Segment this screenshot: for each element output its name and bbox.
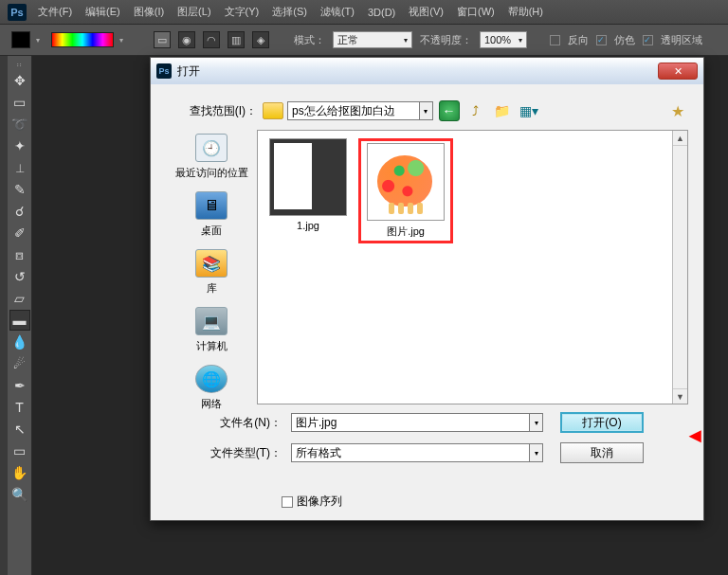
favorites-icon[interactable]: ★ <box>667 100 688 121</box>
menu-image[interactable]: 图像(I) <box>134 5 164 19</box>
dither-checkbox[interactable] <box>596 35 607 45</box>
gradient-dropdown-icon[interactable]: ▾ <box>116 32 127 47</box>
menu-edit[interactable]: 编辑(E) <box>85 5 120 19</box>
eyedropper-tool-icon[interactable]: ✎ <box>9 179 30 200</box>
menu-help[interactable]: 帮助(H) <box>508 5 543 19</box>
mode-select[interactable]: 正常▾ <box>333 31 412 48</box>
reverse-label: 反向 <box>568 33 589 47</box>
shape-tool-icon[interactable]: ▭ <box>9 440 30 461</box>
crop-tool-icon[interactable]: ⟂ <box>9 157 30 178</box>
palette-grip-icon[interactable]: ∷ <box>8 62 30 69</box>
dialog-titlebar[interactable]: Ps 打开 ✕ <box>151 58 703 84</box>
dialog-title: 打开 <box>177 63 200 80</box>
gradient-tool-icon[interactable]: ▬ <box>9 310 30 331</box>
history-brush-tool-icon[interactable]: ↺ <box>9 266 30 287</box>
place-computer[interactable]: 💻计算机 <box>195 307 228 353</box>
image-sequence-checkbox[interactable] <box>282 496 293 508</box>
dialog-close-button[interactable]: ✕ <box>658 63 698 80</box>
lookin-label: 查找范围(I)： <box>166 103 257 119</box>
menu-filter[interactable]: 滤镜(T) <box>320 5 355 19</box>
menu-view[interactable]: 视图(V) <box>409 5 444 19</box>
ps-logo-icon: Ps <box>8 4 27 21</box>
place-desktop[interactable]: 🖥桌面 <box>195 191 228 238</box>
tool-palette: ∷ ✥ ▭ ➰ ✦ ⟂ ✎ ☌ ✐ ⧈ ↺ ▱ ▬ 💧 ☄ ✒ T ↖ ▭ ✋ … <box>8 56 32 575</box>
marquee-tool-icon[interactable]: ▭ <box>9 92 30 113</box>
open-dialog: Ps 打开 ✕ 查找范围(I)： ps怎么给抠图加白边 ▾ ← ⤴ 📁 ▦▾ ★… <box>150 57 704 521</box>
filename-dropdown-icon[interactable]: ▾ <box>530 413 543 432</box>
foreground-swatch[interactable] <box>11 31 30 48</box>
options-bar: ▾ ▾ ▭ ◉ ◠ ▥ ◈ 模式： 正常▾ 不透明度： 100%▾ 反向 仿色 … <box>0 24 728 56</box>
filename-input[interactable]: 图片.jpg <box>291 413 530 432</box>
lasso-tool-icon[interactable]: ➰ <box>9 114 30 135</box>
mode-label: 模式： <box>294 33 325 47</box>
hand-tool-icon[interactable]: ✋ <box>9 462 30 483</box>
places-bar: 🕘最近访问的位置 🖥桌面 📚库 💻计算机 🌐网络 <box>166 130 257 404</box>
gradient-radial-icon[interactable]: ◉ <box>178 31 195 48</box>
transparency-checkbox[interactable] <box>643 35 653 45</box>
place-network[interactable]: 🌐网络 <box>195 365 228 411</box>
blur-tool-icon[interactable]: 💧 <box>9 332 30 352</box>
file-thumbnail <box>367 143 445 221</box>
gradient-angle-icon[interactable]: ◠ <box>203 31 220 48</box>
back-button-icon[interactable]: ← <box>439 100 460 121</box>
open-button[interactable]: 打开(O) <box>560 412 644 433</box>
image-sequence-label: 图像序列 <box>297 494 342 510</box>
transparency-label: 透明区域 <box>661 33 702 47</box>
app-menubar: Ps 文件(F) 编辑(E) 图像(I) 图层(L) 文字(Y) 选择(S) 滤… <box>0 0 728 24</box>
path-select-tool-icon[interactable]: ↖ <box>9 419 30 440</box>
swatch-dropdown-icon[interactable]: ▾ <box>32 32 44 47</box>
file-list-pane[interactable]: 1.jpg 图片.jpg ▲ ▼ <box>257 130 688 404</box>
gradient-linear-icon[interactable]: ▭ <box>154 31 171 48</box>
file-item-selected[interactable]: 图片.jpg <box>363 143 448 239</box>
dither-label: 仿色 <box>614 33 635 47</box>
gradient-reflected-icon[interactable]: ▥ <box>228 31 245 48</box>
file-thumbnail <box>269 138 347 216</box>
menu-layer[interactable]: 图层(L) <box>177 5 210 19</box>
gradient-diamond-icon[interactable]: ◈ <box>252 31 269 48</box>
move-tool-icon[interactable]: ✥ <box>9 70 30 91</box>
lookin-dropdown-icon[interactable]: ▾ <box>420 101 433 120</box>
opacity-field[interactable]: 100%▾ <box>480 31 527 48</box>
place-recent[interactable]: 🕘最近访问的位置 <box>175 134 248 180</box>
folder-icon <box>263 102 283 119</box>
scroll-up-icon[interactable]: ▲ <box>673 131 687 146</box>
menu-window[interactable]: 窗口(W) <box>457 5 495 19</box>
file-item[interactable]: 1.jpg <box>265 138 351 231</box>
new-folder-icon[interactable]: 📁 <box>492 100 513 121</box>
lookin-combo[interactable]: ps怎么给抠图加白边 <box>287 101 420 120</box>
menu-select[interactable]: 选择(S) <box>272 5 307 19</box>
stamp-tool-icon[interactable]: ⧈ <box>9 244 30 265</box>
left-edge-strip <box>0 56 8 575</box>
gradient-picker[interactable] <box>51 32 114 47</box>
cancel-button[interactable]: 取消 <box>560 442 644 463</box>
reverse-checkbox[interactable] <box>550 35 560 45</box>
wand-tool-icon[interactable]: ✦ <box>9 135 30 156</box>
dodge-tool-icon[interactable]: ☄ <box>9 353 30 374</box>
up-folder-icon[interactable]: ⤴ <box>465 100 486 121</box>
filetype-select[interactable]: 所有格式 <box>291 443 530 462</box>
zoom-tool-icon[interactable]: 🔍 <box>9 484 30 505</box>
filename-label: 文件名(N)： <box>166 415 282 431</box>
file-name-label: 1.jpg <box>297 220 319 231</box>
eraser-tool-icon[interactable]: ▱ <box>9 288 30 309</box>
menu-type[interactable]: 文字(Y) <box>225 5 260 19</box>
healing-tool-icon[interactable]: ☌ <box>9 201 30 222</box>
dialog-ps-icon: Ps <box>156 63 172 79</box>
selection-highlight: 图片.jpg <box>358 138 453 243</box>
scroll-down-icon[interactable]: ▼ <box>673 388 687 404</box>
file-name-label: 图片.jpg <box>387 225 425 239</box>
place-libraries[interactable]: 📚库 <box>195 249 228 296</box>
type-tool-icon[interactable]: T <box>9 397 30 418</box>
pen-tool-icon[interactable]: ✒ <box>9 375 30 396</box>
menu-3d[interactable]: 3D(D) <box>368 7 395 18</box>
file-pane-scrollbar[interactable]: ▲ ▼ <box>672 131 687 404</box>
view-menu-icon[interactable]: ▦▾ <box>519 100 539 121</box>
menu-file[interactable]: 文件(F) <box>38 5 72 19</box>
opacity-label: 不透明度： <box>420 33 472 47</box>
filetype-label: 文件类型(T)： <box>166 445 282 461</box>
filetype-dropdown-icon[interactable]: ▾ <box>530 443 543 462</box>
brush-tool-icon[interactable]: ✐ <box>9 223 30 243</box>
